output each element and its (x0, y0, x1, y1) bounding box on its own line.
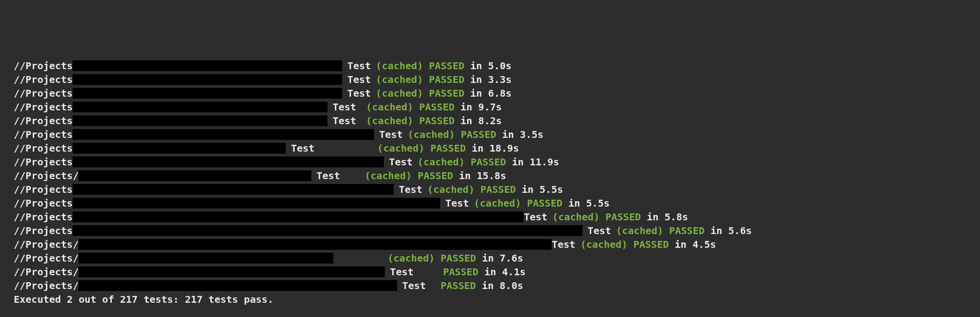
redacted-path (73, 198, 440, 209)
test-result-line: //ProjectsTest(cached) PASSED in 11.9s (0, 155, 980, 169)
status-passed: PASSED (430, 141, 466, 155)
test-result-line: //ProjectsTest(cached) PASSED in 9.7s (0, 100, 980, 114)
path-prefix: //Projects (14, 59, 73, 73)
path-prefix: //Projects (14, 155, 73, 169)
test-label: Test (347, 86, 371, 100)
cached-indicator: (cached) (366, 100, 413, 114)
path-prefix: //Projects (14, 100, 73, 114)
test-timing: in 11.9s (512, 155, 559, 169)
test-label: Test (399, 183, 422, 196)
test-timing: in 9.7s (460, 100, 502, 114)
status-passed: PASSED (429, 59, 464, 73)
cached-indicator: (cached) (366, 114, 413, 128)
status-passed: PASSED (471, 155, 506, 169)
status-passed: PASSED (669, 224, 704, 238)
test-result-line: //ProjectsTest(cached) PASSED in 3.3s (0, 73, 980, 86)
redacted-path (73, 184, 394, 195)
test-result-line: //Projects/Test(cached) PASSED in 15.8s (0, 169, 980, 183)
terminal-output: //ProjectsTest(cached) PASSED in 5.0s//P… (0, 59, 980, 306)
test-timing: in 7.6s (482, 251, 523, 265)
status-passed: PASSED (441, 279, 476, 292)
test-label: Test (390, 265, 413, 279)
redacted-path (73, 211, 524, 222)
test-label: Test (347, 73, 371, 86)
redacted-path (78, 170, 311, 181)
test-timing: in 5.6s (710, 224, 752, 238)
test-timing: in 8.0s (482, 279, 523, 292)
cached-indicator: (cached) (427, 183, 475, 196)
cached-indicator: (cached) (474, 196, 521, 210)
redacted-path (73, 115, 327, 126)
test-timing: in 4.1s (484, 265, 526, 279)
cached-indicator: (cached) (616, 224, 663, 238)
test-timing: in 15.8s (459, 169, 506, 183)
test-result-line: //Projects/Test(cached) PASSED in 4.5s (0, 238, 980, 251)
test-timing: in 8.2s (460, 114, 502, 128)
status-passed: PASSED (419, 100, 454, 114)
path-prefix: //Projects (14, 86, 73, 100)
test-label: Test (402, 279, 426, 292)
path-prefix: //Projects (14, 224, 73, 238)
cached-indicator: (cached) (376, 86, 423, 100)
status-passed: PASSED (527, 196, 562, 210)
test-result-line: //ProjectsTest(cached) PASSED in 5.8s (0, 210, 980, 224)
status-passed: PASSED (443, 265, 478, 279)
path-prefix: //Projects/ (14, 251, 78, 265)
path-prefix: //Projects (14, 196, 73, 210)
redacted-path (73, 157, 384, 167)
redacted-path (73, 88, 342, 99)
path-prefix: //Projects/ (14, 238, 78, 251)
path-prefix: //Projects/ (14, 265, 78, 279)
status-passed: PASSED (461, 128, 496, 141)
test-result-line: //ProjectsTest(cached) PASSED in 8.2s (0, 114, 980, 128)
test-timing: in 3.5s (502, 128, 543, 141)
cached-indicator: (cached) (408, 128, 455, 141)
test-label: Test (379, 128, 402, 141)
test-label: Test (347, 59, 371, 73)
redacted-path (78, 239, 552, 250)
test-summary: Executed 2 out of 217 tests: 217 tests p… (0, 292, 980, 306)
test-timing: in 5.0s (470, 59, 511, 73)
test-result-line: //ProjectsTest(cached) PASSED in 5.6s (0, 224, 980, 238)
status-passed: PASSED (429, 73, 464, 86)
test-label: Test (332, 100, 356, 114)
status-passed: PASSED (605, 210, 641, 224)
cached-indicator: (cached) (580, 238, 628, 251)
test-label: Test (587, 224, 611, 238)
path-prefix: //Projects (14, 128, 73, 141)
cached-indicator: (cached) (418, 155, 465, 169)
path-prefix: //Projects (14, 73, 73, 86)
status-passed: PASSED (429, 86, 464, 100)
status-passed: PASSED (418, 169, 453, 183)
test-result-line: //ProjectsTest(cached) PASSED in 5.5s (0, 196, 980, 210)
cached-indicator: (cached) (553, 210, 600, 224)
test-result-line: //Projects/TestPASSED in 8.0s (0, 279, 980, 292)
test-label: Test (291, 141, 314, 155)
test-result-line: //ProjectsTest(cached) PASSED in 5.5s (0, 183, 980, 196)
test-label: Test (316, 169, 340, 183)
test-timing: in 18.9s (472, 141, 519, 155)
cached-indicator: (cached) (376, 73, 423, 86)
test-result-line: //Projects/TestPASSED in 4.1s (0, 265, 980, 279)
redacted-path (78, 266, 385, 277)
test-result-line: //ProjectsTest(cached) PASSED in 18.9s (0, 141, 980, 155)
test-timing: in 5.8s (647, 210, 688, 224)
cached-indicator: (cached) (387, 251, 434, 265)
redacted-path (73, 129, 374, 140)
cached-indicator: (cached) (377, 141, 425, 155)
status-passed: PASSED (633, 238, 669, 251)
redacted-path (73, 102, 327, 112)
test-result-line: //Projects/(cached) PASSED in 7.6s (0, 251, 980, 265)
status-passed: PASSED (419, 114, 454, 128)
test-timing: in 6.8s (470, 86, 511, 100)
redacted-path (73, 143, 286, 154)
status-passed: PASSED (480, 183, 516, 196)
path-prefix: //Projects (14, 141, 73, 155)
test-label: Test (524, 210, 547, 224)
path-prefix: //Projects (14, 210, 73, 224)
path-prefix: //Projects/ (14, 279, 78, 292)
redacted-path (73, 60, 342, 71)
test-result-line: //ProjectsTest(cached) PASSED in 3.5s (0, 128, 980, 141)
path-prefix: //Projects/ (14, 169, 78, 183)
cached-indicator: (cached) (376, 59, 423, 73)
